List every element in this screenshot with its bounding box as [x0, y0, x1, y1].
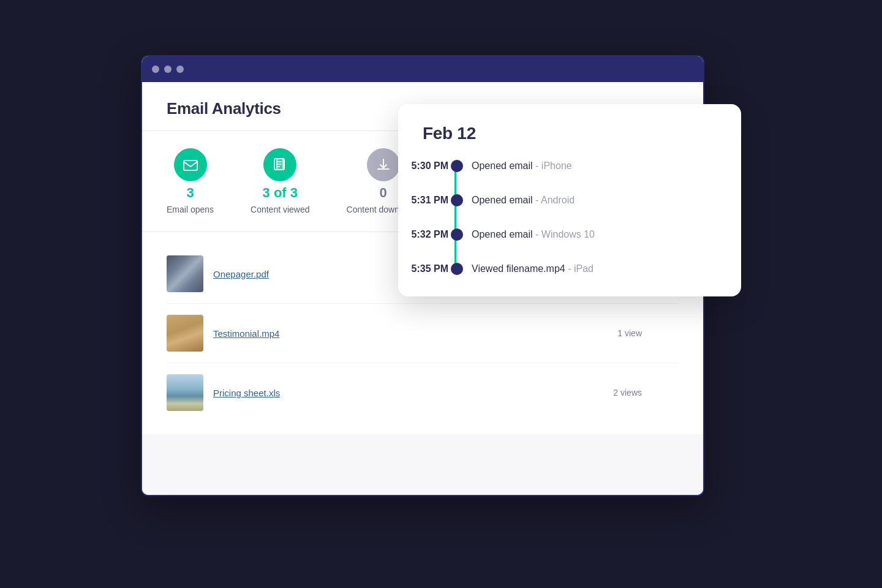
content-downloads-icon-circle: [367, 148, 400, 181]
timeline-time-1: 5:30 PM: [399, 160, 448, 172]
timeline-event: 5:35 PM Viewed filename.mp4 - iPad: [472, 263, 717, 274]
email-opens-label: Email opens: [167, 205, 214, 214]
content-name-onepager[interactable]: Onepager.pdf: [213, 269, 269, 279]
timeline-card: Feb 12 5:30 PM Opened email - iPhone 5:3…: [398, 104, 741, 296]
traffic-light-minimize[interactable]: [164, 66, 172, 73]
content-viewed-number: 3 of 3: [263, 185, 298, 201]
traffic-lights: [152, 66, 184, 73]
download-icon: [375, 157, 391, 173]
timeline-action-3: Opened email: [472, 229, 533, 240]
timeline-device-2: - Android: [535, 195, 575, 206]
content-views-pricing: 2 views: [613, 388, 642, 398]
timeline-action-1: Opened email: [472, 160, 533, 172]
timeline-dot-2: [451, 194, 463, 206]
thumb-water-image: [167, 374, 203, 411]
timeline-action-2: Opened email: [472, 195, 533, 206]
timeline-time-4: 5:35 PM: [399, 263, 448, 274]
thumbnail-pricing: [167, 374, 203, 411]
timeline-body: 5:30 PM Opened email - iPhone 5:31 PM Op…: [423, 160, 717, 274]
stat-content-viewed: 3 of 3 Content viewed: [251, 148, 310, 214]
timeline-time-2: 5:31 PM: [399, 195, 448, 206]
content-downloads-number: 0: [379, 185, 386, 201]
traffic-light-maximize[interactable]: [176, 66, 184, 73]
timeline-device-1: - iPhone: [535, 160, 572, 172]
timeline-dot-3: [451, 228, 463, 241]
timeline-time-3: 5:32 PM: [399, 229, 448, 240]
thumb-bridge-image: [167, 255, 203, 292]
email-opens-number: 3: [186, 185, 194, 201]
timeline-action-4: Viewed filename.mp4: [472, 263, 565, 274]
timeline-device-3: - Windows 10: [535, 229, 595, 240]
timeline-event: 5:30 PM Opened email - iPhone: [472, 160, 717, 172]
timeline-event: 5:31 PM Opened email - Android: [472, 195, 717, 206]
email-icon: [183, 157, 198, 173]
thumbnail-testimonial: [167, 315, 203, 352]
thumb-texture-image: [167, 315, 203, 352]
thumbnail-onepager: [167, 255, 203, 292]
content-name-testimonial[interactable]: Testimonial.mp4: [213, 328, 279, 339]
content-item: Testimonial.mp4 1 view: [167, 304, 679, 363]
content-viewed-label: Content viewed: [251, 205, 310, 214]
timeline-event: 5:32 PM Opened email - Windows 10: [472, 229, 717, 240]
browser-titlebar: [142, 56, 703, 82]
traffic-light-close[interactable]: [152, 66, 159, 73]
timeline-device-4: - iPad: [568, 263, 594, 274]
scene: Email Analytics 3 Email opens: [141, 55, 741, 533]
timeline-line: [454, 165, 456, 274]
svg-rect-0: [184, 160, 197, 170]
timeline-dot-4: [451, 263, 463, 275]
timeline-date: Feb 12: [423, 124, 717, 143]
content-name-pricing[interactable]: Pricing sheet.xls: [213, 388, 280, 398]
content-icon: [272, 157, 288, 173]
content-viewed-icon-circle: [263, 148, 296, 181]
content-views-testimonial: 1 view: [617, 328, 642, 338]
stat-email-opens: 3 Email opens: [167, 148, 214, 214]
content-item: Pricing sheet.xls 2 views: [167, 363, 679, 422]
timeline-dot-1: [451, 160, 463, 172]
email-opens-icon-circle: [174, 148, 207, 181]
